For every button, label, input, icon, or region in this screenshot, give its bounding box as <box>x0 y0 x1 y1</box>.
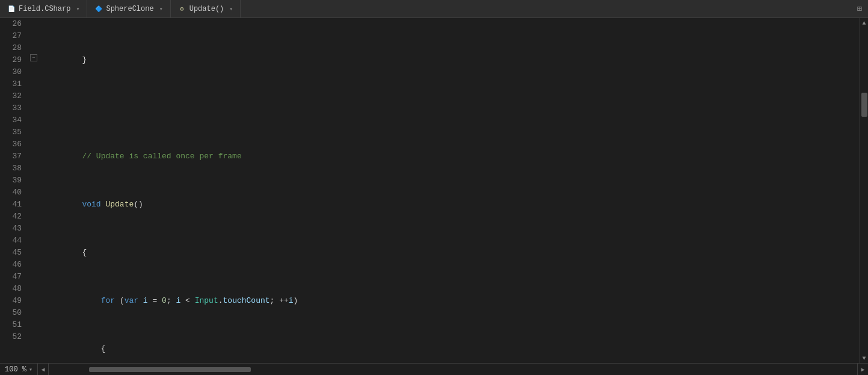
line-38: 38 <box>0 163 25 175</box>
line-40: 40 <box>0 187 25 199</box>
horizontal-scroll-thumb[interactable] <box>89 367 251 372</box>
line-45: 45 <box>0 247 25 259</box>
line-27: 27 <box>0 30 25 42</box>
line-48: 48 <box>0 283 25 295</box>
code-line-26: } <box>45 54 860 66</box>
code-line-32: { <box>45 343 860 355</box>
line-41: 41 <box>0 199 25 211</box>
csharp-icon: 📄 <box>7 5 16 13</box>
line-36: 36 <box>0 138 25 150</box>
code-area[interactable]: } // Update is called once per frame voi… <box>40 18 860 363</box>
line-numbers: 26 27 28 29 30 31 32 33 34 35 36 37 38 3… <box>0 18 30 363</box>
tab2-expand[interactable]: ▾ <box>159 5 163 13</box>
line-46: 46 <box>0 259 25 271</box>
zoom-arrow[interactable]: ▾ <box>29 366 32 373</box>
line-50: 50 <box>0 307 25 319</box>
scroll-right-button[interactable]: ▶ <box>857 364 868 376</box>
line-31: 31 <box>0 78 25 90</box>
line-35: 35 <box>0 126 25 138</box>
code-line-31: for (var i = 0; i < Input.touchCount; ++… <box>45 295 860 307</box>
title-right-button[interactable]: ⊞ <box>851 0 868 17</box>
line-26: 26 <box>0 18 25 30</box>
code-line-30: { <box>45 247 860 259</box>
code-line-27 <box>45 102 860 114</box>
collapse-column: − <box>30 18 40 363</box>
tab2-label: SphereClone <box>106 5 153 13</box>
scroll-down-button[interactable]: ▼ <box>860 353 869 363</box>
zoom-level: 100 % <box>5 365 26 374</box>
line-29: 29 <box>0 54 25 66</box>
code-line-28: // Update is called once per frame <box>45 150 860 163</box>
line-49: 49 <box>0 295 25 307</box>
tab3-expand[interactable]: ▾ <box>229 5 233 13</box>
line-30: 30 <box>0 66 25 78</box>
tab-sphereclone[interactable]: 🔷 SphereClone ▾ <box>87 0 170 17</box>
line-34: 34 <box>0 114 25 126</box>
line-52: 52 <box>0 331 25 343</box>
scroll-thumb[interactable] <box>861 93 867 117</box>
tab1-label: Field.CSharp <box>19 5 70 13</box>
tab1-expand[interactable]: ▾ <box>76 5 79 13</box>
vertical-scrollbar[interactable]: ▲ ▼ <box>860 18 868 363</box>
zoom-section[interactable]: 100 % ▾ <box>0 364 38 375</box>
sphereclone-icon: 🔷 <box>94 5 103 13</box>
editor: 26 27 28 29 30 31 32 33 34 35 36 37 38 3… <box>0 18 868 363</box>
tab3-label: Update() <box>189 5 224 13</box>
line-39: 39 <box>0 175 25 187</box>
tab-update[interactable]: ⚙ Update() ▾ <box>171 0 241 17</box>
line-51: 51 <box>0 319 25 331</box>
collapse-btn-29[interactable]: − <box>30 54 37 61</box>
code-line-29: void Update() <box>45 199 860 211</box>
line-43: 43 <box>0 223 25 235</box>
line-44: 44 <box>0 235 25 247</box>
tab-field-csharp[interactable]: 📄 Field.CSharp ▾ <box>0 0 87 17</box>
update-icon: ⚙ <box>178 5 186 13</box>
scroll-left-button[interactable]: ◀ <box>38 364 49 376</box>
horizontal-scroll-track[interactable] <box>49 364 857 376</box>
scroll-up-button[interactable]: ▲ <box>860 18 869 28</box>
line-47: 47 <box>0 271 25 283</box>
line-32: 32 <box>0 90 25 102</box>
line-37: 37 <box>0 150 25 163</box>
scroll-track[interactable] <box>860 28 869 353</box>
line-42: 42 <box>0 211 25 223</box>
line-28: 28 <box>0 42 25 54</box>
bottom-bar: 100 % ▾ ◀ ▶ <box>0 363 868 375</box>
line-33: 33 <box>0 102 25 114</box>
title-bar: 📄 Field.CSharp ▾ 🔷 SphereClone ▾ ⚙ Updat… <box>0 0 868 18</box>
